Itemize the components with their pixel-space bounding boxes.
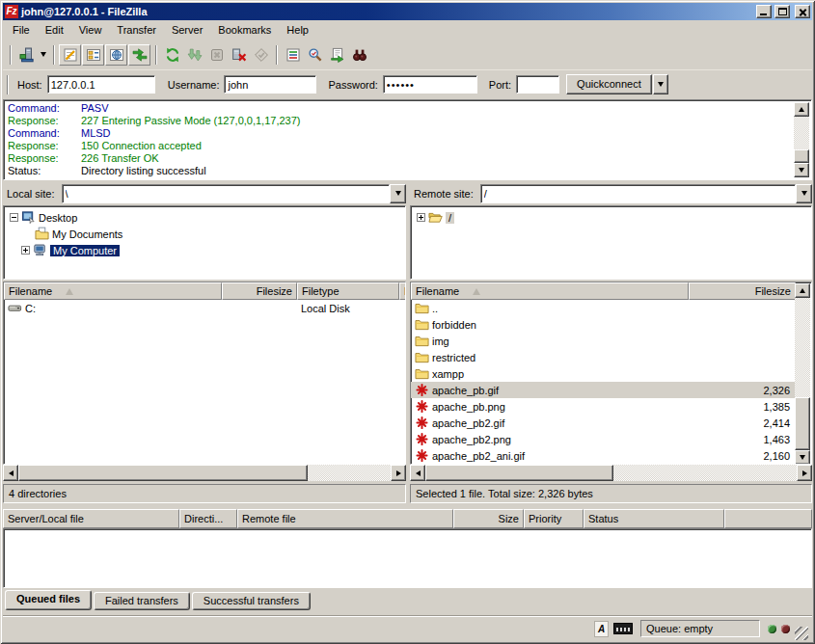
column-last-modified[interactable]: L [399,282,406,300]
speedlimit-indicator-icon[interactable] [613,623,633,634]
column-filesize[interactable]: Filesize [689,282,796,300]
tab-queued-files[interactable]: Queued files [5,590,92,610]
scroll-down-button[interactable] [794,163,809,177]
username-input[interactable] [224,75,316,94]
file-row-selected[interactable]: apache_pb.gif 2,326 [411,382,796,398]
file-row[interactable]: restricted [411,349,796,365]
remote-vertical-scrollbar[interactable] [795,283,810,465]
scroll-up-button[interactable] [794,102,809,117]
file-row[interactable]: forbidden [411,316,796,333]
menu-edit[interactable]: Edit [38,21,71,39]
transfer-type-indicator-icon[interactable]: A [594,621,609,637]
log-vertical-scrollbar[interactable] [794,102,809,177]
column-server-local-file[interactable]: Server/Local file [3,509,179,528]
tab-failed-transfers[interactable]: Failed transfers [94,592,190,610]
search-button[interactable] [348,44,370,66]
scroll-track[interactable] [425,465,797,481]
remote-site-input[interactable] [480,184,796,203]
close-button[interactable] [795,5,810,18]
reconnect-button[interactable] [250,44,272,66]
column-filesize[interactable]: Filesize [222,282,297,300]
file-row[interactable]: img [411,333,796,349]
cancel-button[interactable] [205,44,228,66]
file-row[interactable]: .. [411,300,796,316]
toggle-message-log-button[interactable] [59,44,81,66]
chevron-down-icon [801,191,807,196]
collapse-icon[interactable] [10,213,18,222]
password-input[interactable] [383,75,477,94]
image-file-icon [415,432,429,446]
local-list-header: Filename Filesize Filetype L [4,282,405,300]
file-row[interactable]: apache_pb2.png 1,463 [411,431,796,447]
local-horizontal-scrollbar[interactable] [3,465,406,481]
file-row[interactable]: xampp [411,365,796,382]
toggle-remote-tree-button[interactable] [105,44,127,66]
disconnect-button[interactable] [228,44,250,66]
file-row[interactable]: apache_pb.png 1,385 [411,398,796,415]
chevron-down-icon [395,191,401,196]
menu-view[interactable]: View [71,21,110,39]
scroll-left-button[interactable] [3,465,18,481]
local-site-input[interactable] [62,184,390,203]
scroll-track[interactable] [795,298,810,450]
tree-item-my-computer[interactable]: My Computer [4,242,405,258]
column-filetype[interactable]: Filetype [297,282,399,300]
remote-site-dropdown[interactable] [796,184,812,203]
column-filename[interactable]: Filename [4,282,222,300]
scroll-track[interactable] [794,117,809,163]
site-manager-dropdown[interactable] [38,44,49,66]
menu-help[interactable]: Help [279,21,316,39]
tab-successful-transfers[interactable]: Successful transfers [192,592,311,610]
file-row[interactable]: apache_pb2_ani.gif 2,160 [411,447,796,464]
host-input[interactable] [47,75,155,94]
port-input[interactable] [516,75,559,94]
process-queue-button[interactable] [183,44,205,66]
compare-directories-button[interactable] [304,44,326,66]
image-file-icon [415,416,429,430]
menu-server[interactable]: Server [164,21,210,39]
queue-list[interactable] [3,528,812,588]
synchronized-browsing-button[interactable] [326,44,348,66]
menu-file[interactable]: File [5,21,38,39]
column-size[interactable]: Size [453,509,524,528]
expand-icon[interactable] [417,213,425,222]
scroll-thumb[interactable] [794,149,809,163]
scroll-thumb[interactable] [795,397,810,450]
column-filename[interactable]: Filename [411,282,689,300]
scroll-up-button[interactable] [795,283,810,298]
resize-grip[interactable] [795,627,808,640]
file-row[interactable]: apache_pb2.gif 2,414 [411,415,796,431]
toggle-transfer-queue-button[interactable] [128,44,150,66]
arrow-right-icon [802,470,807,476]
minimize-button[interactable] [756,5,772,18]
scroll-down-button[interactable] [795,450,810,465]
local-site-dropdown[interactable] [390,184,406,203]
scroll-track[interactable] [18,465,391,481]
quickconnect-button[interactable]: Quickconnect [566,74,652,94]
maximize-button[interactable] [774,5,790,18]
toggle-local-tree-button[interactable] [82,44,104,66]
site-manager-button[interactable] [15,44,38,66]
column-status[interactable]: Status [584,509,724,528]
directory-listing-filter-button[interactable] [282,44,304,66]
column-priority[interactable]: Priority [524,509,584,528]
tree-item-desktop[interactable]: Desktop [4,209,405,226]
column-remote-file[interactable]: Remote file [237,509,453,528]
menu-transfer[interactable]: Transfer [109,21,164,39]
tree-item-my-documents[interactable]: My Documents [4,226,405,242]
menu-bookmarks[interactable]: Bookmarks [210,21,279,39]
tree-item-root[interactable]: / [411,209,811,226]
file-row-c-drive[interactable]: C: Local Disk [4,300,405,316]
scroll-thumb[interactable] [425,465,613,481]
scroll-right-button[interactable] [391,465,406,481]
expand-icon[interactable] [21,246,30,255]
scroll-left-button[interactable] [410,465,425,481]
quickconnect-dropdown[interactable] [653,74,668,94]
scroll-right-button[interactable] [797,465,812,481]
refresh-button[interactable] [161,44,183,66]
column-direction[interactable]: Directi... [179,509,237,528]
scroll-thumb[interactable] [18,465,308,481]
folder-icon [415,301,429,315]
remote-horizontal-scrollbar[interactable] [410,465,812,481]
port-label: Port: [489,79,511,91]
